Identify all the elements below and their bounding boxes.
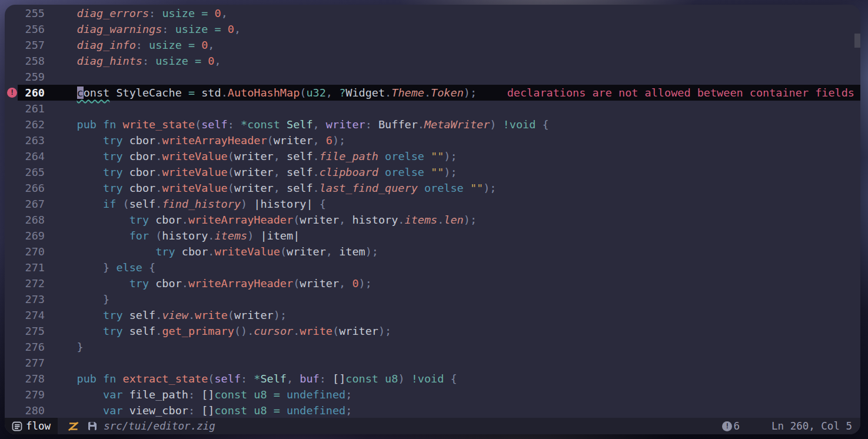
- code-text: try cbor.writeValue(writer, item);: [51, 244, 378, 260]
- code-line[interactable]: 260 const StyleCache = std.AutoHashMap(u…: [5, 85, 860, 101]
- code-text: try cbor.writeArrayHeader(writer, 0);: [51, 275, 372, 291]
- code-line[interactable]: 268 try cbor.writeArrayHeader(writer, hi…: [5, 212, 860, 228]
- code-text: const StyleCache = std.AutoHashMap(u32, …: [51, 85, 477, 101]
- code-text: try cbor.writeValue(writer, self.file_pa…: [51, 148, 457, 164]
- line-number[interactable]: 258: [18, 53, 45, 69]
- error-count: 6: [733, 420, 740, 432]
- app-menu-button[interactable]: flow: [5, 418, 58, 434]
- error-count-icon: [722, 421, 732, 431]
- code-line[interactable]: 262 pub fn write_state(self: *const Self…: [5, 117, 860, 132]
- scrollbar-thumb[interactable]: [854, 34, 860, 48]
- code-text: try cbor.writeArrayHeader(writer, 6);: [51, 132, 345, 148]
- line-number[interactable]: 267: [18, 196, 45, 212]
- line-number[interactable]: 260: [18, 85, 45, 101]
- line-number[interactable]: 265: [18, 164, 45, 180]
- zig-lsp-disabled-icon[interactable]: [67, 421, 79, 432]
- status-bar: flow src/tui/editor.zig 6 Ln 260, Col 5: [5, 418, 860, 434]
- code-text: try cbor.writeValue(writer, self.clipboa…: [51, 164, 457, 180]
- code-text: diag_warnings: usize = 0,: [51, 21, 241, 37]
- diagnostic-message: declarations are not allowed between con…: [507, 85, 860, 101]
- code-line[interactable]: 267 if (self.find_history) |history| {: [5, 196, 860, 212]
- code-text: diag_info: usize = 0,: [51, 37, 214, 53]
- code-line[interactable]: 265 try cbor.writeValue(writer, self.cli…: [5, 164, 860, 180]
- code-line[interactable]: 277: [5, 355, 860, 371]
- line-number[interactable]: 277: [18, 355, 45, 371]
- code-text: pub fn write_state(self: *const Self, wr…: [51, 117, 549, 132]
- code-text: pub fn extract_state(self: *Self, buf: […: [51, 371, 457, 387]
- code-area[interactable]: 255 diag_errors: usize = 0,256 diag_warn…: [5, 5, 860, 418]
- line-number[interactable]: 256: [18, 21, 45, 37]
- line-number[interactable]: 271: [18, 260, 45, 275]
- code-text: } else {: [51, 260, 155, 275]
- code-line[interactable]: 263 try cbor.writeArrayHeader(writer, 6)…: [5, 132, 860, 148]
- code-line[interactable]: 259: [5, 69, 860, 85]
- line-number[interactable]: 262: [18, 117, 45, 132]
- code-text: var file_path: []const u8 = undefined;: [51, 387, 352, 403]
- code-text: try self.view.write(writer);: [51, 307, 287, 323]
- code-line[interactable]: 279 var file_path: []const u8 = undefine…: [5, 387, 860, 403]
- code-line[interactable]: 261: [5, 101, 860, 117]
- code-line[interactable]: 270 try cbor.writeValue(writer, item);: [5, 244, 860, 260]
- diagnostics-indicator[interactable]: 6: [722, 420, 740, 432]
- line-number[interactable]: 255: [18, 5, 45, 21]
- line-number[interactable]: 274: [18, 307, 45, 323]
- line-number[interactable]: 273: [18, 291, 45, 307]
- code-line[interactable]: 264 try cbor.writeValue(writer, self.fil…: [5, 148, 860, 164]
- code-text: diag_hints: usize = 0,: [51, 53, 221, 69]
- code-line[interactable]: 274 try self.view.write(writer);: [5, 307, 860, 323]
- code-line[interactable]: 258 diag_hints: usize = 0,: [5, 53, 860, 69]
- app-name-label: flow: [26, 420, 51, 432]
- line-number[interactable]: 268: [18, 212, 45, 228]
- line-number[interactable]: 264: [18, 148, 45, 164]
- code-line[interactable]: 275 try self.get_primary().cursor.write(…: [5, 323, 860, 339]
- code-line[interactable]: 257 diag_info: usize = 0,: [5, 37, 860, 53]
- flow-logo-icon: [12, 421, 23, 432]
- save-icon[interactable]: [87, 421, 98, 431]
- code-line[interactable]: 278 pub fn extract_state(self: *Self, bu…: [5, 371, 860, 387]
- code-text: var view_cbor: []const u8 = undefined;: [51, 403, 352, 418]
- code-line[interactable]: 269 for (history.items) |item|: [5, 228, 860, 244]
- line-number[interactable]: 270: [18, 244, 45, 260]
- line-number[interactable]: 259: [18, 69, 45, 85]
- line-number[interactable]: 276: [18, 339, 45, 355]
- status-bar-right: 6 Ln 260, Col 5: [722, 420, 860, 432]
- line-number[interactable]: 279: [18, 387, 45, 403]
- line-number[interactable]: 263: [18, 132, 45, 148]
- line-number[interactable]: 266: [18, 180, 45, 196]
- line-number[interactable]: 280: [18, 403, 45, 418]
- code-text: if (self.find_history) |history| {: [51, 196, 326, 212]
- line-number[interactable]: 275: [18, 323, 45, 339]
- file-path[interactable]: src/tui/editor.zig: [104, 420, 215, 432]
- editor-window: 255 diag_errors: usize = 0,256 diag_warn…: [5, 5, 860, 434]
- code-text: diag_errors: usize = 0,: [51, 5, 228, 21]
- line-number[interactable]: 272: [18, 275, 45, 291]
- code-line[interactable]: 280 var view_cbor: []const u8 = undefine…: [5, 403, 860, 418]
- code-line[interactable]: 273 }: [5, 291, 860, 307]
- code-line[interactable]: 272 try cbor.writeArrayHeader(writer, 0)…: [5, 275, 860, 291]
- code-line[interactable]: 271 } else {: [5, 260, 860, 275]
- line-number[interactable]: 278: [18, 371, 45, 387]
- code-text: for (history.items) |item|: [51, 228, 300, 244]
- error-icon: [7, 88, 17, 98]
- line-number[interactable]: 261: [18, 101, 45, 117]
- code-text: }: [51, 291, 109, 307]
- code-text: }: [51, 339, 84, 355]
- code-line[interactable]: 255 diag_errors: usize = 0,: [5, 5, 860, 21]
- line-number[interactable]: 257: [18, 37, 45, 53]
- code-text: try self.get_primary().cursor.write(writ…: [51, 323, 391, 339]
- code-line[interactable]: 276 }: [5, 339, 860, 355]
- line-number[interactable]: 269: [18, 228, 45, 244]
- code-text: try cbor.writeValue(writer, self.last_fi…: [51, 180, 496, 196]
- cursor-position[interactable]: Ln 260, Col 5: [771, 420, 852, 432]
- code-text: try cbor.writeArrayHeader(writer, histor…: [51, 212, 477, 228]
- code-line[interactable]: 256 diag_warnings: usize = 0,: [5, 21, 860, 37]
- code-line[interactable]: 266 try cbor.writeValue(writer, self.las…: [5, 180, 860, 196]
